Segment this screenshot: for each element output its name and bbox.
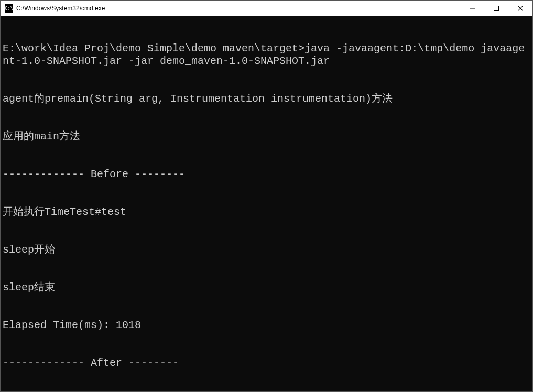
svg-rect-1	[494, 6, 499, 11]
cmd-icon: C:\	[5, 4, 13, 13]
close-icon	[518, 6, 523, 11]
output-line: ------------- After --------	[3, 357, 530, 369]
output-line: 开始执行TimeTest#test	[3, 206, 530, 219]
output-line: 应用的main方法	[3, 130, 530, 143]
maximize-icon	[494, 6, 499, 11]
window-title: C:\Windows\System32\cmd.exe	[16, 5, 105, 12]
output-line: sleep结束	[3, 281, 530, 294]
output-line: ------------- Before --------	[3, 168, 530, 181]
titlebar[interactable]: C:\ C:\Windows\System32\cmd.exe	[1, 1, 532, 16]
terminal-area[interactable]: E:\work\Idea_Proj\demo_Simple\demo_maven…	[1, 16, 532, 391]
minimize-icon	[470, 6, 475, 11]
prompt-line-1: E:\work\Idea_Proj\demo_Simple\demo_maven…	[3, 42, 530, 68]
output-line: sleep开始	[3, 244, 530, 256]
close-button[interactable]	[508, 1, 532, 16]
output-line: agent的premain(String arg, Instrumentatio…	[3, 93, 530, 105]
prompt-path: E:\work\Idea_Proj\demo_Simple\demo_maven…	[3, 42, 304, 55]
output-line: Elapsed Time(ms): 1018	[3, 319, 530, 332]
cmd-window: C:\ C:\Windows\System32\cmd.exe E:\work\…	[0, 0, 533, 392]
minimize-button[interactable]	[460, 1, 484, 16]
maximize-button[interactable]	[484, 1, 508, 16]
